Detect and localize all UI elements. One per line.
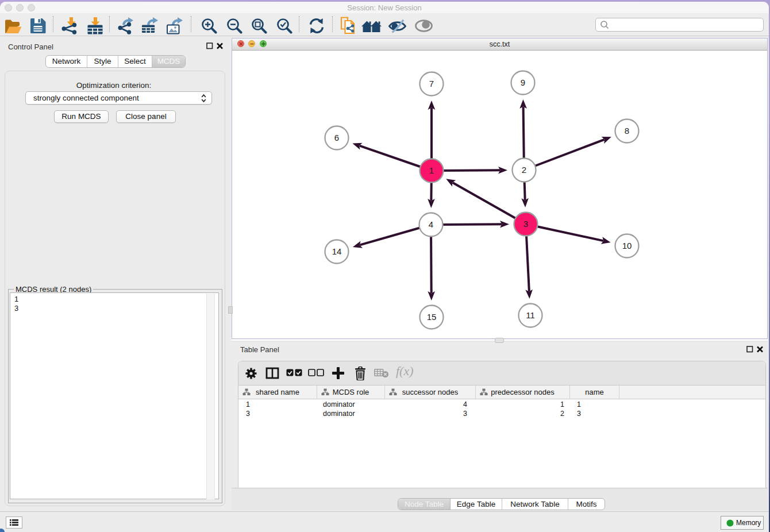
svg-text:9: 9 — [521, 78, 525, 87]
svg-text:15: 15 — [427, 312, 437, 322]
svg-text:1: 1 — [429, 165, 434, 175]
svg-text:10: 10 — [622, 241, 632, 250]
svg-text:8: 8 — [625, 126, 629, 136]
svg-text:11: 11 — [526, 310, 535, 320]
svg-text:14: 14 — [332, 246, 342, 256]
svg-text:7: 7 — [429, 79, 434, 88]
svg-text:4: 4 — [429, 219, 433, 229]
svg-text:3: 3 — [523, 219, 528, 229]
svg-text:6: 6 — [334, 133, 339, 142]
svg-text:2: 2 — [522, 165, 526, 175]
